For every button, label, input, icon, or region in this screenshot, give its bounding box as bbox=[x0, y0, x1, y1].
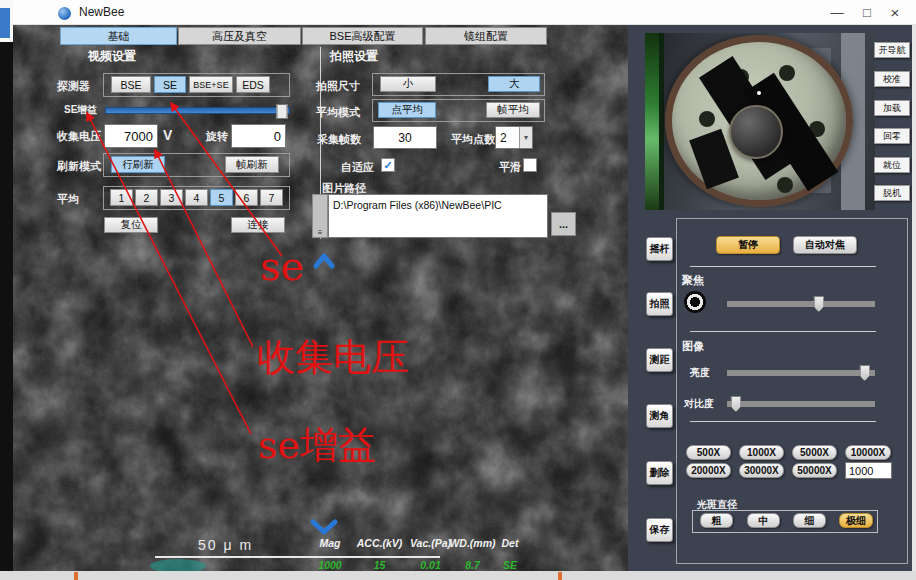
brightness-slider[interactable] bbox=[727, 370, 875, 376]
load-button[interactable]: 加载 bbox=[874, 100, 910, 116]
camera-green-fixture-2 bbox=[659, 33, 664, 210]
maximize-icon[interactable]: □ bbox=[856, 2, 878, 22]
status-mag-label: Mag bbox=[305, 537, 355, 549]
annotation-gain-text: se增益 bbox=[258, 426, 376, 464]
average-6-button[interactable]: 6 bbox=[235, 189, 258, 206]
offline-button[interactable]: 脱机 bbox=[874, 185, 910, 201]
spot-coarse-button[interactable]: 粗 bbox=[700, 513, 733, 528]
in-position-button[interactable]: 就位 bbox=[874, 157, 910, 173]
browse-button[interactable]: ... bbox=[551, 212, 576, 236]
se-gain-slider-thumb[interactable] bbox=[276, 104, 287, 119]
chevron-down-icon[interactable]: ▾ bbox=[519, 127, 532, 148]
tab-basic[interactable]: 基础 bbox=[60, 27, 177, 45]
annotation-voltage-text: 收集电压 bbox=[257, 338, 409, 376]
mag-10000x-button[interactable]: 10000X bbox=[845, 445, 891, 460]
focus-slider[interactable] bbox=[727, 301, 875, 307]
rotate-input[interactable]: 0 bbox=[231, 124, 286, 148]
scale-bar-label: 50 μ m bbox=[198, 537, 253, 553]
photo-settings-title: 拍照设置 bbox=[330, 48, 378, 65]
se-gain-slider[interactable] bbox=[105, 107, 290, 114]
adaptive-checkbox[interactable]: ✓ bbox=[381, 158, 395, 172]
status-det-label: Det bbox=[490, 537, 530, 549]
brightness-label: 亮度 bbox=[690, 366, 710, 380]
delete-button[interactable]: 删除 bbox=[646, 461, 673, 485]
close-icon[interactable]: × bbox=[884, 2, 906, 22]
photo-size-label: 拍照尺寸 bbox=[316, 79, 360, 94]
check-icon: ✓ bbox=[383, 159, 392, 172]
refresh-line-button[interactable]: 行刷新 bbox=[111, 156, 165, 173]
stage-hole bbox=[779, 65, 795, 81]
mag-20000x-button[interactable]: 20000X bbox=[686, 463, 731, 478]
smooth-checkbox[interactable] bbox=[523, 158, 537, 172]
annotation-se-text: se bbox=[260, 246, 304, 286]
contrast-slider[interactable] bbox=[727, 401, 875, 407]
detector-bse-se-button[interactable]: BSE+SE bbox=[189, 76, 233, 93]
smooth-label: 平滑 bbox=[499, 160, 521, 175]
size-small-button[interactable]: 小 bbox=[380, 76, 436, 92]
stage-camera-view bbox=[645, 33, 875, 210]
status-mag-value: 1000 bbox=[305, 559, 355, 571]
background-window-sliver bbox=[0, 8, 10, 38]
panel-divider bbox=[690, 266, 876, 267]
status-acc-value: 15 bbox=[352, 559, 407, 571]
mag-custom-input[interactable]: 1000 bbox=[845, 462, 892, 479]
connect-button[interactable]: 连接 bbox=[231, 217, 285, 233]
left-dark-strip bbox=[0, 42, 13, 571]
open-navigation-button[interactable]: 开导航 bbox=[874, 42, 910, 58]
image-path-input[interactable]: D:\Program Files (x86)\NewBee\PIC bbox=[328, 194, 548, 238]
average-3-button[interactable]: 3 bbox=[160, 189, 183, 206]
mag-50000x-button[interactable]: 50000X bbox=[792, 463, 837, 478]
size-large-button[interactable]: 大 bbox=[488, 76, 540, 92]
measure-angle-button[interactable]: 测角 bbox=[646, 404, 673, 428]
snapshot-button[interactable]: 拍照 bbox=[646, 292, 673, 316]
save-button[interactable]: 保存 bbox=[646, 518, 673, 542]
frames-label: 采集帧数 bbox=[317, 132, 361, 147]
panel-divider bbox=[690, 331, 876, 332]
average-2-button[interactable]: 2 bbox=[135, 189, 158, 206]
average-5-button[interactable]: 5 bbox=[210, 189, 233, 206]
pause-button[interactable]: 暂停 bbox=[716, 236, 780, 254]
panel-divider bbox=[690, 421, 876, 422]
points-dropdown[interactable]: 2 ▾ bbox=[495, 126, 533, 149]
mag-30000x-button[interactable]: 30000X bbox=[739, 463, 784, 478]
collect-voltage-input[interactable]: 7000 bbox=[104, 124, 158, 148]
avg-frame-button[interactable]: 帧平均 bbox=[486, 102, 540, 118]
bottom-strip-tick bbox=[74, 572, 78, 580]
camera-green-fixture bbox=[645, 33, 659, 210]
home-button[interactable]: 回零 bbox=[874, 128, 910, 144]
tab-lens-config[interactable]: 镜组配置 bbox=[425, 27, 547, 45]
tab-bse-advanced[interactable]: BSE高级配置 bbox=[302, 27, 423, 45]
average-4-button[interactable]: 4 bbox=[185, 189, 208, 206]
sample-stub bbox=[729, 105, 783, 159]
rotate-label: 旋转 bbox=[206, 129, 228, 144]
refresh-frame-button[interactable]: 帧刷新 bbox=[225, 156, 279, 173]
contrast-label: 对比度 bbox=[684, 397, 714, 411]
calibrate-button[interactable]: 校准 bbox=[874, 71, 910, 87]
scale-bar-line bbox=[155, 556, 440, 558]
spot-fine-button[interactable]: 细 bbox=[793, 513, 826, 528]
joystick-button[interactable]: 摇杆 bbox=[646, 237, 673, 261]
spot-ultrafine-button[interactable]: 极细 bbox=[839, 513, 873, 528]
mag-1000x-button[interactable]: 1000X bbox=[739, 445, 784, 460]
reset-button[interactable]: 复位 bbox=[104, 217, 158, 233]
detector-eds-button[interactable]: EDS bbox=[236, 76, 270, 93]
detector-bse-button[interactable]: BSE bbox=[111, 76, 151, 93]
autofocus-button[interactable]: 自动对焦 bbox=[793, 236, 857, 254]
detector-se-button[interactable]: SE bbox=[154, 76, 186, 93]
measure-distance-button[interactable]: 测距 bbox=[646, 348, 673, 372]
voltage-unit-label: V bbox=[163, 127, 172, 143]
average-7-button[interactable]: 7 bbox=[260, 189, 283, 206]
avg-point-button[interactable]: 点平均 bbox=[378, 102, 436, 118]
app-window: NewBee — □ × 基础 高压及真空 BSE高级配置 镜组配置 视频设置 … bbox=[0, 0, 916, 580]
mag-500x-button[interactable]: 500X bbox=[686, 445, 731, 460]
se-gain-label: SE增益 bbox=[64, 103, 97, 117]
collect-voltage-label: 收集电压 bbox=[57, 129, 101, 144]
spot-medium-button[interactable]: 中 bbox=[747, 513, 780, 528]
minimize-icon[interactable]: — bbox=[826, 2, 848, 22]
average-1-button[interactable]: 1 bbox=[110, 189, 133, 206]
app-icon bbox=[58, 7, 71, 20]
frames-input[interactable]: 30 bbox=[373, 126, 437, 149]
tab-hv-vacuum[interactable]: 高压及真空 bbox=[178, 27, 301, 45]
detector-label: 探测器 bbox=[57, 79, 90, 94]
mag-5000x-button[interactable]: 5000X bbox=[792, 445, 837, 460]
